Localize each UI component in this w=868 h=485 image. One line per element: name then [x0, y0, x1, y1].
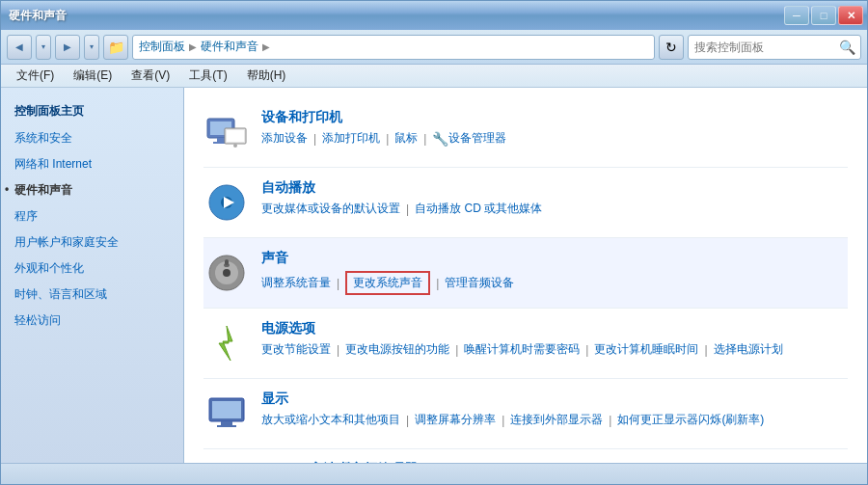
status-bar: [1, 463, 867, 484]
category-autoplay: 自动播放 更改媒体或设备的默认设置 | 自动播放 CD 或其他媒体: [203, 168, 848, 238]
sound-icon-container: [203, 250, 250, 296]
sidebar-item-network[interactable]: 网络和 Internet: [1, 151, 183, 177]
power-link-2[interactable]: 更改电源按钮的功能: [345, 341, 449, 358]
category-devices: 设备和打印机 添加设备 | 添加打印机 | 鼠标 | 🔧 设备管理器: [203, 97, 848, 168]
breadcrumb-root[interactable]: 控制面板: [139, 39, 185, 55]
display-title[interactable]: 显示: [261, 391, 848, 408]
sidebar-item-appearance[interactable]: 外观和个性化: [1, 256, 183, 282]
menu-view[interactable]: 查看(V): [123, 66, 177, 86]
sidebar-item-hardware[interactable]: 硬件和声音: [1, 177, 183, 203]
devices-link-manager[interactable]: 设备管理器: [448, 130, 506, 147]
sound-links: 调整系统音量 | 更改系统声音 | 管理音频设备: [261, 271, 848, 295]
power-links: 更改节能设置 | 更改电源按钮的功能 | 唤醒计算机时需要密码 | 更改计算机睡…: [261, 341, 848, 358]
maximize-button[interactable]: □: [811, 6, 836, 25]
menu-edit[interactable]: 编辑(E): [66, 66, 120, 86]
svg-marker-16: [219, 326, 232, 361]
sidebar-title[interactable]: 控制面板主页: [1, 97, 183, 125]
menu-help[interactable]: 帮助(H): [239, 66, 294, 86]
sidebar-item-accessibility[interactable]: 轻松访问: [1, 308, 183, 334]
title-bar-left: 硬件和声音: [9, 8, 67, 24]
autoplay-info: 自动播放 更改媒体或设备的默认设置 | 自动播放 CD 或其他媒体: [261, 179, 848, 217]
display-links: 放大或缩小文本和其他项目 | 调整屏幕分辨率 | 连接到外部显示器 | 如何更正…: [261, 412, 848, 428]
search-box: 🔍: [688, 35, 861, 60]
display-link-4[interactable]: 如何更正显示器闪烁(刷新率): [617, 412, 764, 428]
devices-icon: [203, 109, 250, 155]
main-area: 控制面板主页 系统和安全 网络和 Internet 硬件和声音 程序 用户帐户和…: [1, 88, 867, 463]
category-sound: 声音 调整系统音量 | 更改系统声音 | 管理音频设备: [203, 238, 848, 309]
breadcrumb-sep-1: ▶: [189, 41, 197, 52]
sidebar-item-programs[interactable]: 程序: [1, 203, 183, 229]
forward-dropdown[interactable]: ▾: [84, 35, 99, 60]
title-bar: 硬件和声音 ─ □ ✕: [1, 1, 867, 30]
devices-links: 添加设备 | 添加打印机 | 鼠标 | 🔧 设备管理器: [261, 130, 848, 147]
search-input[interactable]: [694, 40, 839, 54]
sound-title[interactable]: 声音: [261, 250, 848, 267]
category-power: 电源选项 更改节能设置 | 更改电源按钮的功能 | 唤醒计算机时需要密码 | 更…: [203, 309, 848, 379]
display-info: 显示 放大或缩小文本和其他项目 | 调整屏幕分辨率 | 连接到外部显示器 | 如…: [261, 391, 848, 428]
display-icon-container: [203, 391, 250, 437]
power-link-4[interactable]: 更改计算机睡眠时间: [594, 341, 698, 358]
devices-title[interactable]: 设备和打印机: [261, 109, 848, 126]
devices-icon-small: 🔧: [432, 131, 448, 147]
address-bar: ◀ ▾ ▶ ▾ 📁 控制面板 ▶ 硬件和声音 ▶ ↻ 🔍: [1, 30, 867, 65]
refresh-button[interactable]: ↻: [659, 35, 684, 60]
sidebar-item-clock[interactable]: 时钟、语言和区域: [1, 282, 183, 308]
svg-rect-20: [217, 425, 236, 427]
devices-link-printer[interactable]: 添加打印机: [322, 130, 380, 147]
display-link-3[interactable]: 连接到外部显示器: [510, 412, 603, 428]
minimize-button[interactable]: ─: [784, 6, 809, 25]
sound-link-volume[interactable]: 调整系统音量: [261, 275, 331, 291]
breadcrumb-sep-2: ▶: [262, 41, 270, 52]
power-link-3[interactable]: 唤醒计算机时需要密码: [464, 341, 580, 358]
autoplay-title[interactable]: 自动播放: [261, 179, 848, 197]
back-icon: ◀: [15, 41, 23, 52]
category-realtek: RTK Realtek高清晰音频管理器: [203, 449, 848, 463]
svg-point-13: [223, 269, 231, 277]
refresh-icon: ↻: [665, 40, 677, 55]
svg-rect-5: [227, 130, 244, 142]
folder-icon: 📁: [108, 40, 124, 55]
power-link-5[interactable]: 选择电源计划: [714, 341, 783, 358]
main-window: 硬件和声音 ─ □ ✕ ◀ ▾ ▶ ▾ 📁 控制面板 ▶ 硬件和声音 ▶ ↻: [0, 0, 868, 485]
content-area: 设备和打印机 添加设备 | 添加打印机 | 鼠标 | 🔧 设备管理器: [184, 88, 867, 463]
svg-rect-18: [212, 401, 241, 418]
sidebar-item-user-accounts[interactable]: 用户帐户和家庭安全: [1, 229, 183, 256]
forward-icon: ▶: [64, 41, 71, 52]
devices-info: 设备和打印机 添加设备 | 添加打印机 | 鼠标 | 🔧 设备管理器: [261, 109, 848, 147]
svg-rect-15: [225, 259, 229, 265]
menu-tools[interactable]: 工具(T): [181, 66, 234, 86]
breadcrumb-current[interactable]: 硬件和声音: [201, 39, 258, 55]
recent-pages-button[interactable]: 📁: [103, 35, 128, 60]
svg-rect-19: [221, 421, 232, 425]
power-info: 电源选项 更改节能设置 | 更改电源按钮的功能 | 唤醒计算机时需要密码 | 更…: [261, 320, 848, 358]
devices-link-mouse[interactable]: 鼠标: [394, 130, 418, 147]
svg-point-6: [233, 144, 237, 148]
power-link-1[interactable]: 更改节能设置: [261, 341, 331, 358]
back-dropdown[interactable]: ▾: [36, 35, 51, 60]
close-button[interactable]: ✕: [838, 6, 863, 25]
svg-rect-2: [217, 138, 225, 142]
sidebar-item-security[interactable]: 系统和安全: [1, 125, 183, 151]
autoplay-icon: [203, 179, 250, 226]
title-buttons: ─ □ ✕: [784, 6, 863, 25]
display-link-1[interactable]: 放大或缩小文本和其他项目: [261, 412, 400, 428]
power-icon-container: [203, 320, 250, 366]
devices-link-add[interactable]: 添加设备: [261, 130, 308, 147]
power-title[interactable]: 电源选项: [261, 320, 848, 337]
sidebar: 控制面板主页 系统和安全 网络和 Internet 硬件和声音 程序 用户帐户和…: [1, 88, 184, 463]
back-button[interactable]: ◀: [7, 35, 32, 60]
sound-info: 声音 调整系统音量 | 更改系统声音 | 管理音频设备: [261, 250, 848, 295]
autoplay-links: 更改媒体或设备的默认设置 | 自动播放 CD 或其他媒体: [261, 201, 848, 217]
breadcrumb-bar: 控制面板 ▶ 硬件和声音 ▶: [132, 35, 655, 60]
display-link-2[interactable]: 调整屏幕分辨率: [415, 412, 496, 428]
menu-file[interactable]: 文件(F): [9, 66, 62, 86]
autoplay-link-cd[interactable]: 自动播放 CD 或其他媒体: [415, 201, 542, 217]
window-title: 硬件和声音: [9, 8, 67, 24]
forward-button[interactable]: ▶: [55, 35, 80, 60]
sound-change-btn[interactable]: 更改系统声音: [345, 271, 430, 295]
menu-bar: 文件(F) 编辑(E) 查看(V) 工具(T) 帮助(H): [1, 65, 867, 88]
autoplay-link-default[interactable]: 更改媒体或设备的默认设置: [261, 201, 400, 217]
sound-link-manage[interactable]: 管理音频设备: [445, 275, 514, 291]
category-display: 显示 放大或缩小文本和其他项目 | 调整屏幕分辨率 | 连接到外部显示器 | 如…: [203, 379, 848, 449]
search-icon[interactable]: 🔍: [839, 40, 855, 55]
